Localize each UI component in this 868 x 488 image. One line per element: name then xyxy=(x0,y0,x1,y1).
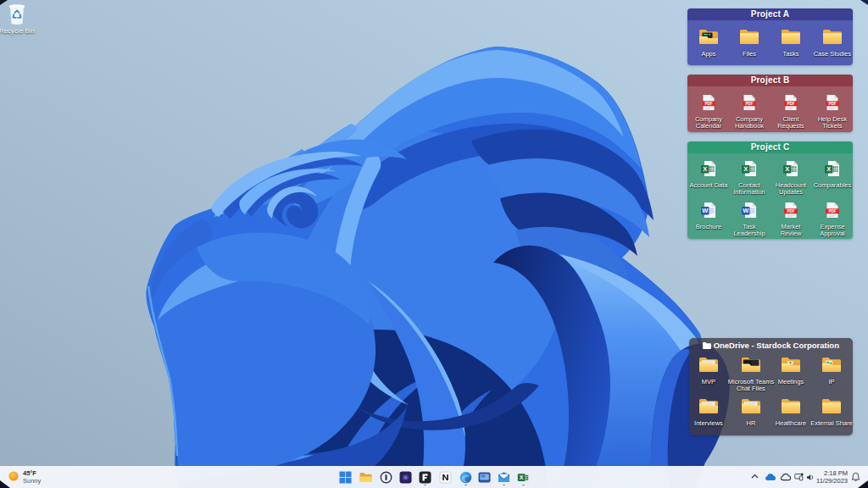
svg-text:X: X xyxy=(520,474,524,480)
